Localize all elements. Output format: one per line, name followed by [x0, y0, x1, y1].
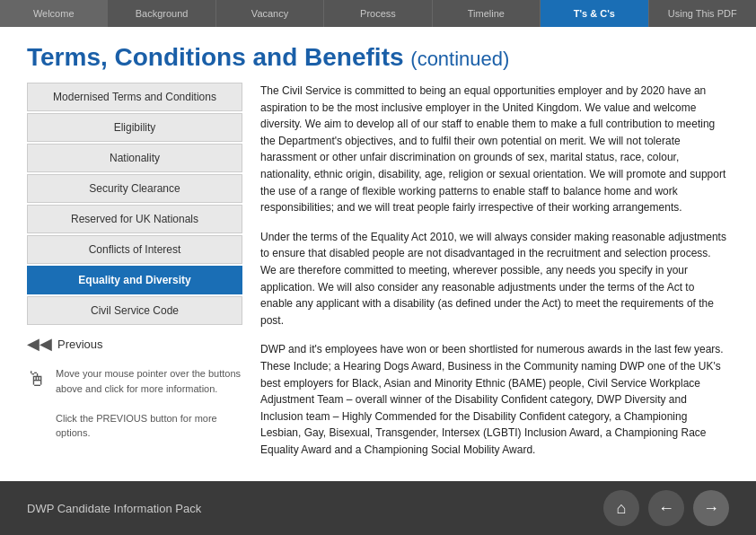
nav-item-process[interactable]: Process [324, 0, 432, 27]
nav-item-timeline[interactable]: Timeline [433, 0, 541, 27]
back-button[interactable]: ← [648, 490, 684, 526]
help-text: Move your mouse pointer over the buttons… [56, 366, 242, 441]
main-content: Terms, Conditions and Benefits (continue… [0, 27, 756, 481]
content-paragraph: The Civil Service is committed to being … [260, 83, 729, 216]
mouse-icon: 🖱 [27, 368, 47, 391]
footer-buttons: ⌂ ← → [603, 490, 729, 526]
content-paragraph: DWP and it's employees have won or been … [260, 341, 729, 458]
sidebar-item-conflicts-of-interest[interactable]: Conflicts of Interest [27, 235, 242, 264]
sidebar-item-nationality[interactable]: Nationality [27, 144, 242, 172]
footer: DWP Candidate Information Pack ⌂ ← → [0, 481, 756, 535]
content-paragraph: Under the terms of the Equality Act 2010… [260, 229, 729, 329]
nav-item-t's-&-c's[interactable]: T's & C's [541, 0, 648, 27]
sidebar-item-equality-and-diversity[interactable]: Equality and Diversity [27, 266, 242, 294]
page-subtitle: (continued) [410, 48, 509, 70]
sidebar-item-civil-service-code[interactable]: Civil Service Code [27, 296, 242, 325]
sidebar-item-modernised-terms-and-conditions[interactable]: Modernised Terms and Conditions [27, 83, 242, 111]
sidebar: Modernised Terms and ConditionsEligibili… [27, 83, 242, 481]
nav-item-background[interactable]: Background [108, 0, 215, 27]
sidebar-item-security-clearance[interactable]: Security Clearance [27, 174, 242, 203]
top-nav: WelcomeBackgroundVacancyProcessTimelineT… [0, 0, 756, 27]
sidebar-item-reserved-for-uk-nationals[interactable]: Reserved for UK Nationals [27, 205, 242, 233]
footer-title: DWP Candidate Information Pack [27, 502, 201, 515]
nav-item-using-this-pdf[interactable]: Using This PDF [649, 0, 756, 27]
right-content: The Civil Service is committed to being … [260, 83, 729, 481]
next-button[interactable]: → [693, 490, 729, 526]
nav-item-welcome[interactable]: Welcome [0, 0, 108, 27]
sidebar-item-eligibility[interactable]: Eligibility [27, 113, 242, 142]
previous-button[interactable]: ◀◀ Previous [27, 334, 242, 354]
home-button[interactable]: ⌂ [603, 490, 639, 526]
previous-icon: ◀◀ [27, 334, 52, 354]
page-title-text: Terms, Conditions and Benefits [27, 43, 404, 71]
help-section: 🖱 Move your mouse pointer over the butto… [27, 366, 242, 441]
previous-label: Previous [57, 338, 103, 351]
content-area: Modernised Terms and ConditionsEligibili… [27, 83, 729, 481]
nav-item-vacancy[interactable]: Vacancy [216, 0, 324, 27]
page-title: Terms, Conditions and Benefits (continue… [27, 27, 729, 83]
